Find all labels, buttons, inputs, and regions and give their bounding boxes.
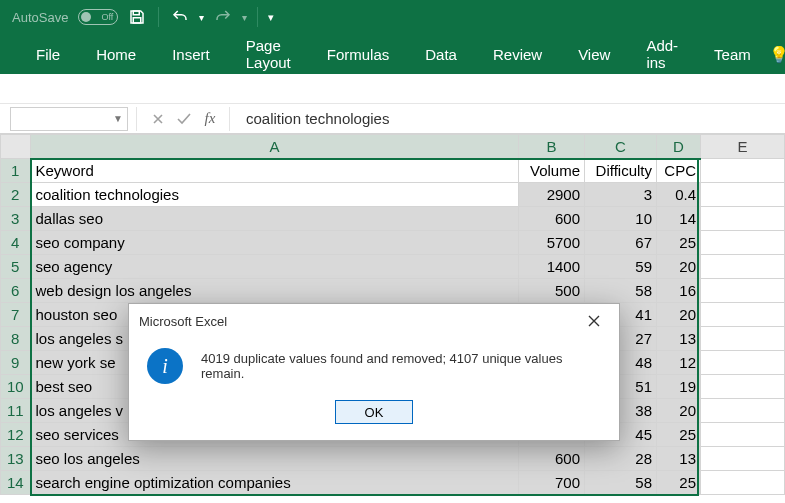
dialog-title-bar: Microsoft Excel	[129, 304, 619, 338]
close-icon[interactable]	[579, 306, 609, 336]
message-dialog: Microsoft Excel i 4019 duplicate values …	[128, 303, 620, 441]
info-icon: i	[147, 348, 183, 384]
dialog-title: Microsoft Excel	[139, 314, 227, 329]
ok-button[interactable]: OK	[335, 400, 413, 424]
dialog-backdrop: Microsoft Excel i 4019 duplicate values …	[0, 0, 785, 503]
dialog-message: 4019 duplicate values found and removed;…	[201, 351, 601, 381]
